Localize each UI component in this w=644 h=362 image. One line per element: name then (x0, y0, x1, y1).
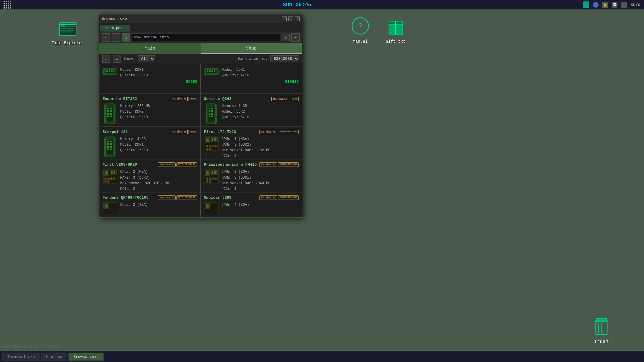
file-explorer-desktop-icon[interactable]: File Explorer (50, 18, 85, 45)
svg-rect-95 (206, 148, 208, 150)
manual-icon-img: ? (350, 16, 371, 37)
taskbar-browser[interactable]: Browser.exe (68, 353, 104, 361)
tray-icon-5[interactable]: ✚ (621, 2, 627, 8)
product-card-p3[interactable]: Enworthw EIT382 Hardware RAM (99, 93, 201, 126)
gift-desktop-icon[interactable]: Gift.txt (385, 16, 406, 44)
maximize-button[interactable]: □ (288, 17, 293, 21)
show-select[interactable]: All (138, 55, 155, 62)
tray-icon-4[interactable]: 💬 (612, 2, 617, 8)
svg-rect-42 (207, 70, 208, 72)
product-card-p10[interactable]: Omnicar J299 Hardware MOTHERBOARD CPUs: … (201, 192, 302, 217)
svg-rect-91 (206, 145, 208, 147)
svg-rect-117 (215, 171, 217, 174)
product-name-p3: Enworthw EIT382 (103, 97, 137, 101)
grid-view-button[interactable]: ⊞ (102, 55, 110, 63)
svg-rect-79 (107, 146, 109, 148)
browser-window-title: Browser.exe (102, 17, 127, 21)
tray-icon-1[interactable] (583, 1, 589, 8)
close-button[interactable]: × (295, 17, 300, 21)
product-card-p1[interactable]: Model: DDR1 Quality: 5/10 $5685 (99, 64, 201, 93)
product-body-p3: Memory: 256 MB Model: DDR2 Quality: 9/10 (103, 103, 197, 126)
svg-rect-105 (104, 178, 106, 180)
home-button[interactable]: ⌂ (122, 33, 130, 42)
product-body-p1: Model: DDR1 Quality: 5/10 (103, 67, 197, 78)
forward-button[interactable]: › (112, 33, 120, 42)
tag-motherboard-4: MOTHERBOARD (176, 195, 197, 200)
gift-icon-img (385, 16, 406, 37)
browser-tabs-bar: Main page (99, 23, 302, 32)
url-bar[interactable] (132, 34, 280, 41)
tag-hardware-5: Hardware (158, 162, 176, 167)
product-tags-p5: Hardware RAM (170, 130, 197, 134)
version-text: GREY HACK V0.6.1548 - ALPHA (2, 345, 60, 349)
product-name-p8: Prinisouthericahn FM415 (204, 162, 257, 167)
product-card-p9[interactable]: Fordent QR499-TUQ105 Hardware MOTHERBOAR… (99, 192, 201, 217)
product-info-p10: CPUs: 4 (SGA) (222, 202, 299, 208)
tray-icon-2[interactable] (593, 2, 599, 8)
svg-rect-46 (214, 70, 215, 72)
product-card-p7[interactable]: First V298-UK20 Hardware MOTHERBOARD (99, 159, 201, 192)
svg-rect-94 (214, 145, 217, 147)
svg-rect-73 (114, 138, 115, 156)
back-button[interactable]: ‹ (102, 33, 110, 42)
product-header-p5: Sterpoi 181 Hardware RAM (103, 130, 197, 134)
nav-tab-main[interactable]: Main (99, 43, 201, 54)
svg-rect-65 (209, 110, 210, 112)
product-img-p3 (103, 103, 117, 126)
svg-rect-56 (110, 113, 112, 115)
manual-desktop-icon[interactable]: ? Manual (350, 16, 371, 44)
svg-rect-4 (61, 28, 74, 29)
svg-rect-58 (110, 116, 112, 117)
bank-account-select[interactable]: 63310038 (270, 55, 299, 62)
manual-label: Manual (353, 39, 368, 44)
product-tags-p10: Hardware MOTHERBOARD (259, 195, 299, 200)
favorite-button[interactable]: ★ (291, 33, 300, 42)
product-header-p4: Oshirec Q343 Hardware RAM (204, 97, 299, 101)
product-name-p5: Sterpoi 181 (103, 130, 128, 134)
product-card-p5[interactable]: Sterpoi 181 Hardware RAM (99, 126, 201, 159)
svg-rect-102 (113, 171, 114, 174)
svg-rect-61 (215, 105, 217, 123)
site-nav-tabs: Main Shop (99, 43, 302, 54)
product-price-p1: $5685 (103, 80, 197, 84)
svg-rect-113 (206, 172, 209, 175)
svg-rect-130 (206, 204, 209, 208)
taskbar-map[interactable]: Map.exe (41, 353, 67, 361)
taskbar-bottom: Terminal.exe Map.exe Browser.exe (0, 351, 644, 362)
product-card-p4[interactable]: Oshirec Q343 Hardware RAM (201, 93, 302, 126)
svg-rect-109 (104, 181, 106, 183)
tag-motherboard-3: MOTHERBOARD (278, 162, 299, 167)
svg-rect-31 (111, 70, 112, 72)
svg-rect-20 (103, 68, 105, 75)
svg-rect-69 (209, 116, 210, 117)
svg-rect-45 (212, 70, 213, 72)
tag-hardware-2: Hardware (271, 97, 289, 101)
product-info-p4: Memory: 1 GB Model: DDR2 Quality: 5/10 (222, 103, 299, 121)
svg-rect-60 (206, 105, 207, 123)
product-card-p6[interactable]: First 174-MX23 Hardware MOTHERBOARD (201, 126, 302, 159)
taskbar-terminal[interactable]: Terminal.exe (2, 353, 40, 361)
reload-button[interactable]: ↻ (282, 34, 290, 41)
svg-rect-77 (107, 143, 109, 145)
svg-rect-88 (214, 138, 215, 141)
svg-rect-127 (105, 204, 108, 208)
tag-motherboard-5: MOTHERBOARD (278, 195, 299, 200)
product-card-p2[interactable]: Model: DDR1 Quality: 4/10 $10612 (201, 64, 302, 93)
trash-desktop-icon[interactable]: Trash (591, 316, 612, 344)
minimize-button[interactable]: − (282, 17, 287, 21)
tray-icon-3[interactable]: 🔒 (602, 2, 608, 8)
svg-rect-87 (212, 138, 213, 141)
browser-tab-main[interactable]: Main page (100, 25, 130, 32)
svg-rect-66 (211, 110, 213, 112)
product-img-p10 (204, 202, 219, 214)
tag-hardware-4: Hardware (259, 130, 277, 134)
svg-rect-122 (214, 178, 217, 180)
svg-rect-75 (107, 141, 109, 142)
nav-tab-shop[interactable]: Shop (201, 43, 302, 54)
tag-motherboard-1: MOTHERBOARD (278, 130, 299, 134)
svg-rect-64 (211, 108, 213, 109)
apps-grid-icon[interactable] (4, 1, 11, 9)
list-view-button[interactable]: ≡ (113, 55, 120, 63)
product-card-p8[interactable]: Prinisouthericahn FM415 Hardware MOTHERB… (201, 159, 302, 192)
svg-rect-103 (114, 171, 115, 174)
